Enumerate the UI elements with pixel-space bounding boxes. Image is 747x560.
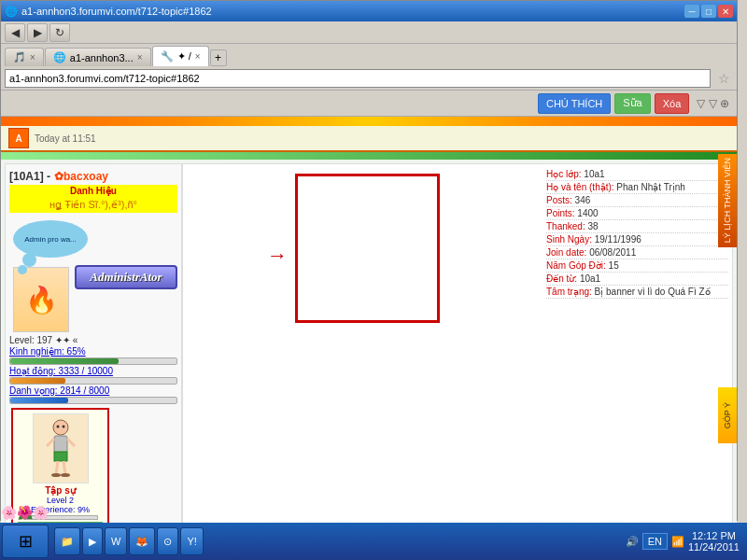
ho-ten-value: Phan Nhật Trịnh: [616, 182, 684, 192]
svg-rect-3: [54, 436, 67, 453]
char-level: Level 2: [17, 496, 104, 505]
nam-gop-row: Năm Góp Đời: 15: [546, 259, 728, 273]
taskbar: ⊞ 📁 ▶ W 🦊 ⊙ Y! 🔊 EN 📶 12:12 PM 11/24/201…: [0, 523, 747, 560]
close-button[interactable]: ✕: [718, 5, 733, 18]
browser-window: 🌐 a1-annhon3.forumvi.com/t712-topic#1862…: [0, 0, 738, 521]
svg-line-8: [63, 461, 65, 474]
admin-badge-area: AdministrAtor: [75, 265, 177, 289]
lang-indicator: EN: [642, 533, 668, 550]
taskbar-item-explorer[interactable]: 📁: [54, 527, 80, 555]
forum-toolbar: CHÚ THÍCH Sữa Xóa ▽ ▽ ⊕: [1, 91, 737, 117]
firefox-icon: 🦊: [135, 536, 148, 548]
title-text: 🌐 a1-annhon3.forumvi.com/t712-topic#1862: [5, 6, 212, 18]
tabs-row: 🎵 × 🌐 a1-annhon3... × 🔧 ✦ / × +: [1, 44, 737, 66]
svg-rect-6: [54, 452, 67, 461]
sua-button[interactable]: Sữa: [614, 93, 650, 114]
posts-row: Posts: 346: [546, 194, 728, 207]
clock-date: 11/24/2011: [688, 541, 740, 553]
start-button[interactable]: ⊞: [2, 525, 49, 558]
tab-1[interactable]: 🎵 ×: [5, 48, 44, 66]
hoat-dong-bar: [9, 377, 177, 385]
char-svg: [37, 416, 84, 482]
taskbar-item-firefox[interactable]: 🦊: [129, 527, 155, 555]
tab-2-favicon: 🌐: [53, 51, 66, 63]
maximize-button[interactable]: □: [701, 5, 716, 18]
tab-1-close[interactable]: ×: [30, 52, 35, 63]
hoc-lop-value: 10a1: [584, 169, 604, 179]
nam-gop-value: 15: [609, 260, 619, 271]
danh-vong-row[interactable]: Danh vọng: 2814 / 8000: [9, 385, 177, 396]
char-figure: [33, 413, 89, 483]
bookmark-button[interactable]: ☆: [714, 69, 733, 88]
refresh-button[interactable]: ↻: [49, 23, 70, 42]
tam-trang-row: Tâm trạng: Bị banner vì lì do Quá Fì Zố: [546, 286, 728, 299]
tab-1-icon: 🎵: [13, 51, 26, 63]
svg-line-7: [56, 461, 58, 474]
svg-point-0: [53, 420, 68, 435]
hoc-lop-row: Học lớp: 10a1: [546, 168, 728, 181]
ho-ten-row: Họ và tên (thật): Phan Nhật Trịnh: [546, 181, 728, 194]
svg-point-9: [51, 473, 61, 477]
username-colored: ✿bacxoay: [54, 170, 108, 183]
red-outlined-box: [295, 174, 440, 323]
main-post-area: [10A1] - ✿bacxoay Danh Hiệu нǥ Ŧiền Sĩ.°…: [1, 160, 737, 539]
forum-header: A Today at 11:51: [1, 126, 737, 152]
address-input[interactable]: [5, 69, 711, 88]
title-controls: ─ □ ✕: [684, 5, 733, 18]
nav-bar: ◀ ▶ ↻: [1, 21, 737, 44]
taskbar-item-chrome[interactable]: ⊙: [157, 527, 178, 555]
minimize-button[interactable]: ─: [684, 5, 699, 18]
tab-3[interactable]: 🔧 ✦ / ×: [152, 46, 209, 66]
taskbar-item-yahoo[interactable]: Y!: [180, 527, 203, 555]
chu-thich-label: CHÚ THÍCH: [546, 98, 602, 109]
forum-logo: A: [8, 128, 29, 148]
clock-time: 12:12 PM: [688, 530, 740, 541]
sua-label: Sữa: [623, 97, 641, 109]
taskbar-items: 📁 ▶ W 🦊 ⊙ Y!: [50, 527, 618, 555]
kinh-nghiem-row[interactable]: Kinh nghiệm: 65%: [9, 346, 177, 357]
hoc-lop-label: Học lớp:: [546, 169, 582, 179]
taskbar-item-media[interactable]: ▶: [82, 527, 103, 555]
tab-3-close[interactable]: ×: [195, 51, 201, 62]
decorative-flowers: 🌸🌺🌸: [1, 505, 49, 520]
tab-2[interactable]: 🌐 a1-annhon3... ×: [45, 48, 151, 66]
level-row: Level: 197 ✦✦ «: [9, 334, 177, 346]
join-value: 06/08/2011: [589, 247, 636, 258]
address-bar: ☆: [1, 66, 737, 91]
tab-3-favicon: 🔧: [161, 50, 174, 63]
danh-vong-fill: [10, 398, 68, 403]
points-label: Points:: [546, 208, 575, 218]
tam-trang-label: Tâm trạng:: [546, 287, 592, 297]
tab-2-close[interactable]: ×: [137, 52, 143, 63]
taskbar-right: 🔊 EN 📶 12:12 PM 11/24/2011: [618, 530, 747, 553]
post-time-value: Today at 11:51: [35, 133, 96, 144]
kinh-nghiem-bar: [9, 357, 177, 365]
svg-line-4: [47, 439, 54, 446]
svg-line-5: [67, 439, 75, 446]
gopy-sidebar-button[interactable]: GÓP Ý: [718, 387, 737, 443]
hoat-dong-row[interactable]: Hoạt động: 3333 / 10000: [9, 366, 177, 376]
top-decoration-bar: [1, 117, 737, 126]
explorer-icon: 📁: [61, 536, 74, 548]
thought-area: Admin pro wa...: [9, 217, 177, 261]
xoa-button[interactable]: Xóa: [655, 93, 690, 114]
forward-button[interactable]: ▶: [27, 23, 48, 42]
chrome-icon: ⊙: [163, 536, 172, 548]
new-tab-button[interactable]: +: [210, 49, 227, 66]
xoa-label: Xóa: [663, 98, 682, 109]
member-sidebar-button[interactable]: LÝ LỊCH THÀNH VIÊN: [718, 154, 737, 247]
chu-thich-button[interactable]: CHÚ THÍCH: [538, 93, 611, 114]
green-bar: [1, 152, 737, 160]
tam-trang-value: Bị banner vì lì do Quá Fì Zố: [595, 287, 711, 297]
right-info-panel: Học lớp: 10a1 Họ và tên (thật): Phan Nhậ…: [546, 168, 728, 299]
kinh-nghiem-fill: [10, 358, 119, 364]
post-main-content: → Học lớp: 10a1 Họ và tên (thật): Phan N…: [182, 163, 733, 539]
thanked-label: Thanked:: [546, 221, 585, 231]
taskbar-item-word[interactable]: W: [105, 527, 127, 555]
sinh-ngay-value: 19/11/1996: [595, 234, 641, 245]
points-row: Points: 1400: [546, 207, 728, 220]
back-button[interactable]: ◀: [5, 23, 25, 42]
start-icon: ⊞: [19, 531, 33, 552]
level-value: Level: 197 ✦✦ «: [9, 335, 78, 345]
title-bar: 🌐 a1-annhon3.forumvi.com/t712-topic#1862…: [1, 1, 737, 21]
